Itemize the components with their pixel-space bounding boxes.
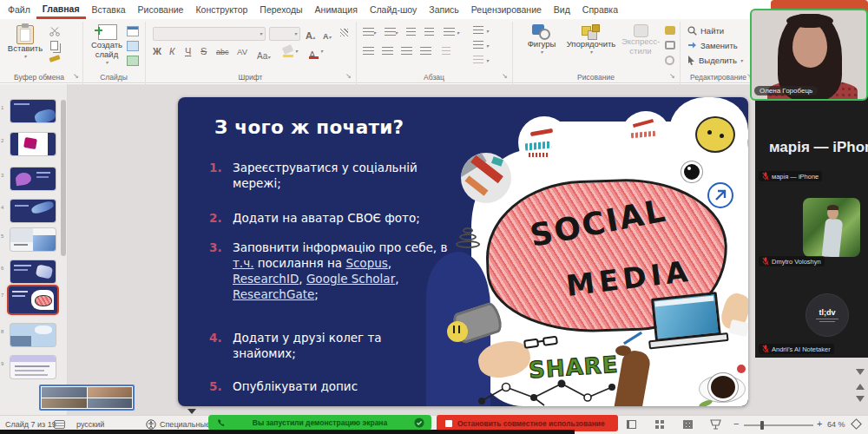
language-indicator[interactable]: русский (76, 420, 104, 429)
shape-fill-icon[interactable] (665, 26, 675, 35)
layout-icon[interactable] (127, 26, 139, 36)
zoom-toolbar-edge (0, 430, 575, 434)
shrink-font-button[interactable]: А▾ (323, 27, 332, 43)
slide-thumbnail-8[interactable] (10, 324, 56, 346)
new-slide-button[interactable]: Создать слайд ▾ (85, 23, 128, 65)
font-name-combobox[interactable]: ▾ (153, 27, 266, 41)
copy-icon[interactable] (50, 41, 58, 50)
normal-view-button[interactable] (627, 420, 636, 429)
inline-link-google-scholar[interactable]: Google Scholar (306, 272, 395, 286)
underline-button[interactable]: Ч (185, 46, 191, 56)
zoom-out-button[interactable]: − (733, 418, 739, 429)
quick-styles-button[interactable]: Экспресс- стили (620, 24, 661, 56)
fit-to-window-button[interactable] (851, 418, 862, 430)
slide-thumbnail-10-photo-collage[interactable] (39, 385, 135, 411)
slide-thumbnail-5[interactable] (10, 228, 56, 251)
find-button[interactable]: Найти (687, 26, 724, 36)
tab-review[interactable]: Рецензирование (465, 0, 548, 19)
slide-thumbnail-6[interactable] (10, 260, 56, 283)
strikethrough-button[interactable]: S (201, 46, 207, 56)
accessibility-icon[interactable] (146, 419, 156, 430)
tab-design[interactable]: Конструктор (189, 0, 253, 19)
active-speaker-video[interactable]: Олена Горобець (750, 9, 868, 101)
columns-icon[interactable] (442, 47, 450, 56)
tab-home[interactable]: Главная (36, 0, 86, 19)
tab-insert[interactable]: Вставка (86, 0, 132, 19)
character-spacing-button[interactable]: AV (237, 47, 247, 56)
zoom-in-button[interactable]: + (817, 418, 822, 429)
scroll-down-icon[interactable] (856, 369, 865, 375)
reset-icon[interactable] (127, 41, 139, 51)
text-direction-icon[interactable] (473, 26, 483, 35)
paste-button[interactable]: Вставить ▾ (5, 23, 45, 59)
slide-thumbnail-4[interactable] (10, 200, 56, 222)
tab-animations[interactable]: Анимация (309, 0, 364, 19)
slideshow-view-button[interactable] (710, 419, 721, 430)
italic-button[interactable]: К (169, 46, 174, 56)
align-left-icon[interactable] (363, 47, 374, 56)
zoom-slider-track[interactable] (744, 424, 813, 426)
slide-thumbnail-2[interactable] (10, 133, 56, 155)
inline-link-researchgate[interactable]: ResearchGate (233, 287, 314, 301)
inline-link-scopus[interactable]: Scopus (345, 256, 387, 270)
line-spacing-icon[interactable] (444, 28, 455, 36)
muted-mic-icon (762, 257, 769, 266)
paragraph-dialog-launcher[interactable]: ↘ (502, 72, 508, 80)
tab-slideshow[interactable]: Слайд-шоу (364, 0, 423, 19)
check-circle-icon[interactable] (414, 418, 424, 428)
zoom-percentage[interactable]: 64 % (827, 420, 845, 429)
slide-thumbnail-7-selected[interactable] (9, 286, 57, 313)
slide-thumbnail-3[interactable] (10, 168, 56, 190)
grow-font-button[interactable]: А▴ (306, 27, 315, 43)
zoom-slider-thumb[interactable] (760, 421, 764, 430)
drawing-dialog-launcher[interactable]: ↘ (669, 72, 675, 80)
dropdown-caret-icon: ▾ (457, 30, 459, 36)
tab-help[interactable]: Справка (576, 0, 624, 19)
text-shadow-button[interactable]: abc (216, 48, 229, 56)
cut-icon[interactable] (49, 27, 61, 36)
align-right-icon[interactable] (401, 47, 412, 56)
reading-view-button[interactable] (683, 420, 693, 429)
shape-outline-icon[interactable] (665, 41, 675, 49)
next-slide-button[interactable] (856, 396, 865, 402)
inline-link-researchid[interactable]: ResearchID (233, 272, 299, 286)
tab-record[interactable]: Запись (423, 0, 464, 19)
shape-effects-icon[interactable] (665, 56, 674, 65)
collapse-arrow-icon[interactable] (187, 409, 196, 414)
slide-thumbnail-9[interactable] (10, 356, 56, 378)
paragraph-group-label: Абзац (356, 73, 512, 82)
bold-button[interactable]: Ж (153, 46, 161, 56)
clipboard-dialog-launcher[interactable]: ↘ (73, 72, 79, 80)
font-size-combobox[interactable]: ▾ (269, 27, 300, 41)
smartart-convert-icon[interactable] (473, 56, 483, 64)
change-case-button[interactable]: Аа▾ (257, 47, 270, 62)
tab-transitions[interactable]: Переходы (253, 0, 308, 19)
justify-icon[interactable] (420, 47, 431, 56)
font-dialog-launcher[interactable]: ↘ (345, 72, 352, 80)
decrease-indent-icon[interactable] (406, 28, 416, 36)
list-text: Заповнити інформацію про себе, в т.ч. по… (233, 240, 451, 302)
notes-icon[interactable] (54, 420, 65, 429)
font-color-button[interactable]: А ▾ (309, 46, 315, 62)
shapes-button[interactable]: Фигуры ▾ (521, 24, 562, 55)
slide-sorter-view-button[interactable] (655, 420, 665, 429)
align-text-icon[interactable] (473, 41, 483, 49)
tab-file[interactable]: Файл (2, 0, 36, 19)
list-text: Опублікувати допис (233, 378, 358, 394)
previous-slide-button[interactable] (856, 384, 865, 390)
featured-participant-name: марія — iPhone (769, 139, 868, 156)
select-button[interactable]: Выделить ▾ (687, 56, 743, 65)
arrange-button[interactable]: Упорядочить ▾ (566, 24, 616, 55)
search-icon (687, 26, 697, 36)
increase-indent-icon[interactable] (424, 28, 434, 36)
thumbnail-scrollbar[interactable] (61, 100, 66, 256)
network-doodle (464, 377, 625, 406)
inline-link[interactable]: т.ч. (233, 256, 253, 270)
align-center-icon[interactable] (382, 47, 393, 56)
tab-view[interactable]: Вид (548, 0, 576, 19)
tab-draw[interactable]: Рисование (132, 0, 190, 19)
slide-thumbnail-1[interactable] (10, 100, 56, 122)
section-icon[interactable] (127, 56, 139, 66)
replace-button[interactable]: Заменить (687, 41, 738, 50)
format-painter-icon[interactable] (49, 55, 61, 62)
